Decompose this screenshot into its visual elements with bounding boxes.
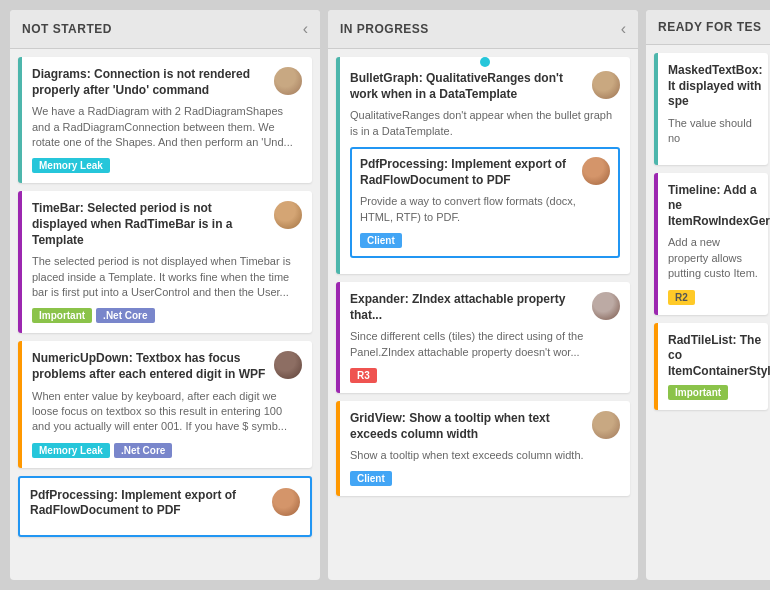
card-title: PdfProcessing: Implement export of RadFl… [30,488,264,519]
card-header: RadTileList: The co ItemContainerStyl [668,333,758,380]
card-title: TimeBar: Selected period is not displaye… [32,201,266,248]
tag: R2 [668,290,695,305]
tag: R3 [350,368,377,383]
card-header: GridView: Show a tooltip when text excee… [350,411,620,442]
column-content-ready-for-test: MaskedTextBox: It displayed with speThe … [646,45,770,580]
avatar [592,71,620,99]
subcard[interactable]: PdfProcessing: Implement export of RadFl… [350,147,620,258]
card-header: PdfProcessing: Implement export of RadFl… [30,488,300,519]
column-ready-for-test: READY FOR TESMaskedTextBox: It displayed… [646,10,770,580]
card-title: GridView: Show a tooltip when text excee… [350,411,584,442]
tag: Memory Leak [32,158,110,173]
column-title-in-progress: IN PROGRESS [340,22,429,36]
card-description: Show a tooltip when text exceeds column … [350,448,620,463]
tag: Client [350,471,392,486]
card-title: MaskedTextBox: It displayed with spe [668,63,762,110]
card-header: TimeBar: Selected period is not displaye… [32,201,302,248]
column-title-ready-for-test: READY FOR TES [658,20,762,34]
avatar [274,67,302,95]
avatar [274,201,302,229]
column-header-in-progress: IN PROGRESS‹ [328,10,638,49]
subcard-avatar [582,157,610,185]
column-in-progress: IN PROGRESS‹BulletGraph: QualitativeRang… [328,10,638,580]
card-ip2[interactable]: Expander: ZIndex attachable property tha… [336,282,630,393]
card-tags: Client [350,471,620,486]
card-header: BulletGraph: QualitativeRanges don't wor… [350,71,620,102]
column-content-in-progress: BulletGraph: QualitativeRanges don't wor… [328,49,638,580]
card-ns3[interactable]: NumericUpDown: Textbox has focus problem… [18,341,312,467]
tag: Memory Leak [32,443,110,458]
card-description: QualitativeRanges don't appear when the … [350,108,620,139]
card-tags: Important [668,385,758,400]
card-tags: R3 [350,368,620,383]
card-header: NumericUpDown: Textbox has focus problem… [32,351,302,382]
card-description: The value should no [668,116,758,147]
avatar [592,411,620,439]
avatar [272,488,300,516]
card-title: Timeline: Add a ne ItemRowIndexGer [668,183,770,230]
card-title: BulletGraph: QualitativeRanges don't wor… [350,71,584,102]
card-tags: Important.Net Core [32,308,302,323]
column-title-not-started: NOT STARTED [22,22,112,36]
card-header: MaskedTextBox: It displayed with spe [668,63,758,110]
card-title: Expander: ZIndex attachable property tha… [350,292,584,323]
tag: .Net Core [96,308,154,323]
tag: Important [668,385,728,400]
tag: .Net Core [114,443,172,458]
card-title: RadTileList: The co ItemContainerStyl [668,333,770,380]
card-description: When enter value by keyboard, after each… [32,389,302,435]
card-description: We have a RadDiagram with 2 RadDiagramSh… [32,104,302,150]
column-not-started: NOT STARTED‹Diagrams: Connection is not … [10,10,320,580]
column-header-ready-for-test: READY FOR TES [646,10,770,45]
avatar [274,351,302,379]
card-description: The selected period is not displayed whe… [32,254,302,300]
subcard-title: PdfProcessing: Implement export of RadFl… [360,157,574,188]
card-rt1[interactable]: MaskedTextBox: It displayed with speThe … [654,53,768,165]
subcard-tags: Client [360,233,610,248]
card-indicator [480,57,490,67]
tag-client: Client [360,233,402,248]
column-content-not-started: Diagrams: Connection is not rendered pro… [10,49,320,580]
card-description: Add a new property allows putting custo … [668,235,758,281]
card-tags: Memory Leak.Net Core [32,443,302,458]
card-ns4[interactable]: PdfProcessing: Implement export of RadFl… [18,476,312,537]
card-rt3[interactable]: RadTileList: The co ItemContainerStylImp… [654,323,768,411]
card-title: Diagrams: Connection is not rendered pro… [32,67,266,98]
subcard-header: PdfProcessing: Implement export of RadFl… [360,157,610,188]
card-header: Timeline: Add a ne ItemRowIndexGer [668,183,758,230]
card-ns1[interactable]: Diagrams: Connection is not rendered pro… [18,57,312,183]
card-ip1[interactable]: BulletGraph: QualitativeRanges don't wor… [336,57,630,274]
subcard-description: Provide a way to convert flow formats (d… [360,194,610,225]
avatar [592,292,620,320]
card-rt2[interactable]: Timeline: Add a ne ItemRowIndexGerAdd a … [654,173,768,315]
card-ns2[interactable]: TimeBar: Selected period is not displaye… [18,191,312,333]
column-collapse-not-started[interactable]: ‹ [303,20,308,38]
card-tags: R2 [668,290,758,305]
card-header: Expander: ZIndex attachable property tha… [350,292,620,323]
card-tags: Memory Leak [32,158,302,173]
card-description: Since different cells (tiles) the direct… [350,329,620,360]
column-header-not-started: NOT STARTED‹ [10,10,320,49]
card-header: Diagrams: Connection is not rendered pro… [32,67,302,98]
column-collapse-in-progress[interactable]: ‹ [621,20,626,38]
kanban-board: NOT STARTED‹Diagrams: Connection is not … [0,0,770,590]
tag: Important [32,308,92,323]
card-ip3[interactable]: GridView: Show a tooltip when text excee… [336,401,630,497]
card-title: NumericUpDown: Textbox has focus problem… [32,351,266,382]
